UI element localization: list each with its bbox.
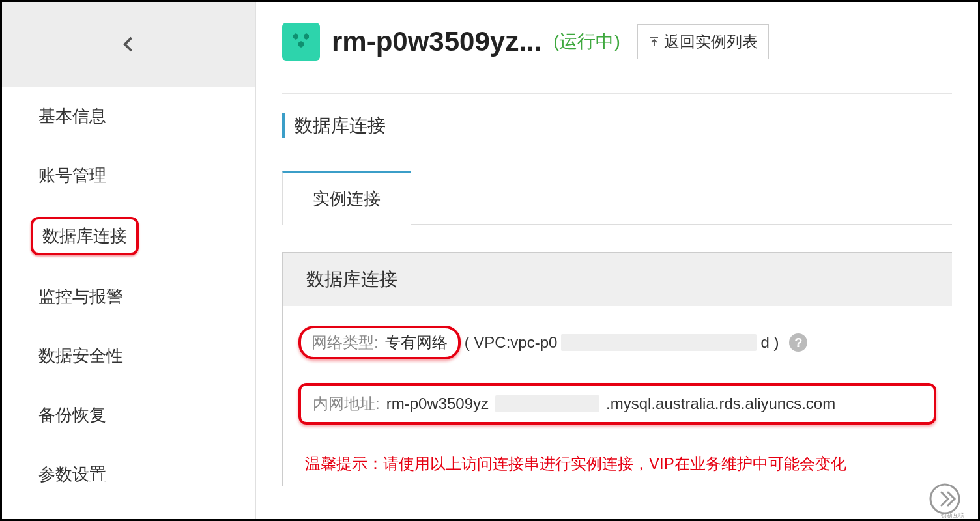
network-type-value: 专有网络 (385, 332, 448, 353)
upload-icon (648, 36, 660, 48)
sidebar-item-label: 备份恢复 (38, 405, 106, 425)
intranet-address-highlight: 内网地址: rm-p0w3509yz .mysql.australia.rds.… (298, 383, 936, 425)
intranet-label: 内网地址: (313, 393, 380, 414)
hexagon-cluster-icon (291, 33, 311, 50)
network-type-highlight: 网络类型: 专有网络 (298, 326, 461, 359)
sidebar-item-data-security[interactable]: 数据安全性 (2, 326, 255, 386)
svg-text:创新互联: 创新互联 (941, 512, 964, 518)
panel-header: 数据库连接 (283, 253, 952, 306)
sidebar-item-backup-restore[interactable]: 备份恢复 (2, 386, 255, 445)
sidebar-item-monitoring-alarm[interactable]: 监控与报警 (2, 267, 255, 326)
watermark-logo: 创新互联 (925, 481, 980, 521)
sidebar-item-account-management[interactable]: 账号管理 (2, 146, 255, 205)
sidebar: 基本信息 账号管理 数据库连接 监控与报警 数据安全性 备份恢复 参数设置 (2, 2, 256, 519)
help-icon[interactable]: ? (789, 333, 807, 352)
sidebar-item-parameter-settings[interactable]: 参数设置 (2, 445, 255, 504)
sidebar-item-label: 数据库连接 (42, 226, 127, 246)
intranet-prefix: rm-p0w3509yz (386, 395, 489, 413)
network-type-label: 网络类型: (311, 332, 379, 353)
network-type-row: 网络类型: 专有网络 ( VPC:vpc-p0 d ) ? (298, 326, 936, 359)
page-header: rm-p0w3509yz... (运行中) 返回实例列表 (282, 23, 952, 94)
back-to-instance-list-button[interactable]: 返回实例列表 (637, 24, 769, 59)
status-badge: (运行中) (553, 29, 620, 54)
sidebar-item-label: 监控与报警 (38, 287, 123, 306)
intranet-masked (495, 395, 599, 412)
back-button-label: 返回实例列表 (664, 31, 758, 52)
vpc-prefix: ( VPC:vpc-p0 (465, 333, 558, 352)
sidebar-item-basic-info[interactable]: 基本信息 (2, 87, 255, 146)
main-content: rm-p0w3509yz... (运行中) 返回实例列表 数据库连接 实例连接 … (256, 2, 978, 519)
chevron-left-icon (119, 35, 139, 54)
sidebar-item-label: 数据安全性 (38, 346, 123, 365)
sidebar-item-label: 参数设置 (38, 464, 106, 484)
page-title: rm-p0w3509yz... (332, 26, 541, 57)
connection-panel: 数据库连接 网络类型: 专有网络 ( VPC:vpc-p0 d ) ? 内网地址… (282, 252, 952, 486)
tab-instance-connection[interactable]: 实例连接 (282, 171, 411, 225)
intranet-suffix: .mysql.australia.rds.aliyuncs.com (606, 395, 835, 413)
panel-body: 网络类型: 专有网络 ( VPC:vpc-p0 d ) ? 内网地址: rm-p… (283, 306, 952, 486)
database-product-icon (282, 23, 320, 61)
svg-marker-1 (304, 33, 309, 40)
svg-marker-0 (293, 33, 298, 40)
sidebar-back-button[interactable] (2, 2, 255, 87)
warning-text: 温馨提示：请使用以上访问连接串进行实例连接，VIP在业务维护中可能会变化 (298, 448, 936, 479)
sidebar-item-label: 账号管理 (38, 165, 106, 185)
tab-label: 实例连接 (313, 189, 381, 208)
intranet-address-row: 内网地址: rm-p0w3509yz .mysql.australia.rds.… (298, 383, 936, 425)
tabs: 实例连接 (282, 171, 952, 225)
vpc-id-masked (561, 334, 757, 351)
svg-marker-2 (298, 41, 304, 48)
sidebar-item-database-connection[interactable]: 数据库连接 (31, 217, 139, 255)
vpc-suffix: d ) (760, 333, 779, 352)
sidebar-item-label: 基本信息 (38, 106, 106, 126)
section-title: 数据库连接 (282, 113, 952, 138)
